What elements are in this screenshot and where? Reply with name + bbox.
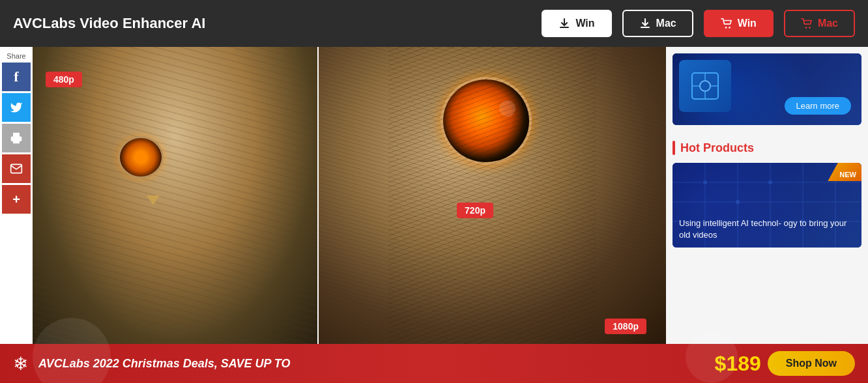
more-button[interactable]: + [2,185,31,214]
cart-icon-win [721,18,732,29]
snowflake-icon: ❄ [13,353,28,375]
twitter-icon [10,101,23,114]
print-button[interactable] [2,124,31,152]
banner-price: $189 [715,352,761,376]
product-card[interactable]: NEW Using intelligent AI technol- ogy to… [673,163,861,248]
print-icon [10,132,23,145]
twitter-button[interactable] [2,93,31,122]
badge-480: 480p [46,72,82,87]
svg-point-19 [736,200,740,204]
learn-more-button[interactable]: Learn more [785,97,851,115]
download-mac-button[interactable]: Mac [622,10,693,37]
right-sidebar: Learn more Hot Products [666,47,868,344]
share-label: Share [7,52,25,60]
ad-banner[interactable]: Learn more [673,53,861,125]
owl-comparison: 480p 720p 1080p [33,47,666,344]
download-icon [558,18,570,29]
buy-win-button[interactable]: Win [704,10,774,37]
hot-products-bar [673,141,675,155]
svg-point-5 [700,81,710,91]
buy-mac-label: Mac [818,18,838,29]
shop-now-button[interactable]: Shop Now [768,351,855,376]
owl-right-panel: 720p 1080p [317,47,666,344]
download-win-label: Win [575,18,594,29]
main-layout: Share f + [0,47,868,344]
email-icon [10,162,23,175]
facebook-icon: f [14,68,18,85]
badge-1080: 1080p [605,319,646,334]
svg-point-1 [729,27,731,29]
download-icon-mac [639,18,651,29]
bottom-banner: ❄ AVCLabs 2022 Christmas Deals, SAVE UP … [0,344,868,383]
buy-win-label: Win [738,18,757,29]
svg-point-0 [725,27,727,29]
download-mac-label: Mac [656,18,676,29]
svg-point-18 [703,180,707,184]
download-win-button[interactable]: Win [542,10,611,37]
social-sidebar: Share f + [0,47,33,344]
hot-products-section: Hot Products [673,135,861,253]
header: AVCLabs Video Enhancer AI Win Mac Win Ma… [0,0,868,47]
tech-icon [689,70,721,102]
badge-720: 720p [457,203,493,218]
svg-point-20 [768,180,772,184]
banner-text: AVCLabs 2022 Christmas Deals, SAVE UP TO [38,357,708,371]
buy-mac-button[interactable]: Mac [784,10,855,37]
email-button[interactable] [2,154,31,183]
content-area: 480p 720p 1080p [33,47,666,344]
more-icon: + [12,193,20,206]
hot-products-label: Hot Products [680,141,754,155]
cart-icon-mac [801,18,813,29]
owl-left-panel: 480p [33,47,317,344]
hot-products-title: Hot Products [673,141,861,155]
svg-point-2 [805,27,807,29]
facebook-button[interactable]: f [2,63,31,91]
product-card-text: Using intelligent AI technol- ogy to bri… [673,211,861,248]
svg-point-3 [809,27,811,29]
app-title: AVCLabs Video Enhancer AI [13,15,531,32]
